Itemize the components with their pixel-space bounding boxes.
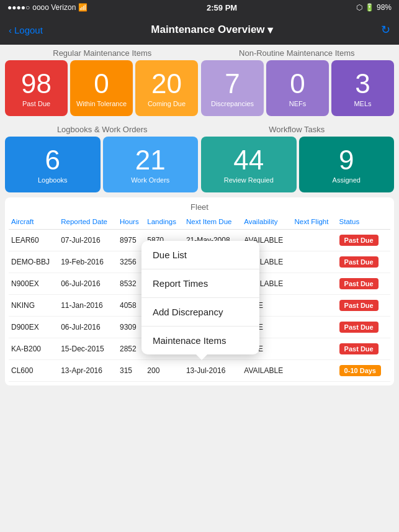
menu-item-maintenance-items[interactable]: Maintenace Items xyxy=(141,327,259,354)
status-badge: 0-10 Days xyxy=(339,365,381,376)
fleet-label: Fleet xyxy=(9,197,390,214)
refresh-button[interactable]: ↻ xyxy=(381,23,390,37)
cell-reported-date: 07-Jul-2016 xyxy=(58,230,117,251)
past-due-label: Past Due xyxy=(22,100,50,107)
coming-due-label: Coming Due xyxy=(148,100,186,107)
work-orders-label: Work Orders xyxy=(131,176,169,184)
status-badge: Past Due xyxy=(339,343,379,354)
logbooks-tile[interactable]: 6 Logbooks xyxy=(5,137,101,192)
col-status: Status xyxy=(337,214,390,230)
past-due-tile[interactable]: 98 Past Due xyxy=(5,60,68,116)
bluetooth-icon: ⬡ xyxy=(356,3,362,12)
cell-aircraft: D900EX xyxy=(9,317,58,338)
status-badge: Past Due xyxy=(339,300,379,311)
status-badge: Past Due xyxy=(339,256,379,268)
work-orders-tile[interactable]: 21 Work Orders xyxy=(103,137,199,192)
table-row[interactable]: CL600 13-Apr-2016 315 200 13-Jul-2016 AV… xyxy=(9,360,390,382)
menu-item-report-times[interactable]: Report Times xyxy=(141,269,259,298)
cell-status: Past Due xyxy=(337,273,390,295)
cell-status: Past Due xyxy=(337,251,390,273)
cell-aircraft: CL600 xyxy=(9,360,58,382)
cell-status: Past Due xyxy=(337,317,390,338)
col-next-flight: Next Flight xyxy=(292,214,337,230)
cell-next-flight xyxy=(292,295,337,317)
coming-due-number: 20 xyxy=(151,70,182,97)
title-text: Maintenance Overview xyxy=(151,24,264,36)
logbooks-number: 6 xyxy=(45,147,60,174)
col-next-item-due: Next Item Due xyxy=(184,214,241,230)
cell-next-flight xyxy=(292,230,337,251)
cell-reported-date: 15-Dec-2015 xyxy=(58,338,117,360)
cell-reported-date: 06-Jul-2016 xyxy=(58,317,117,338)
cell-status: Past Due xyxy=(337,338,390,360)
assigned-label: Assigned xyxy=(333,176,361,184)
review-required-number: 44 xyxy=(233,147,264,174)
cell-next-flight xyxy=(292,360,337,382)
menu-item-add-discrepancy[interactable]: Add Discrepancy xyxy=(141,298,259,327)
cell-landings: 200 xyxy=(145,360,184,382)
cell-reported-date: 11-Jan-2016 xyxy=(58,295,117,317)
cell-status: Past Due xyxy=(337,295,390,317)
cell-reported-date: 06-Jul-2016 xyxy=(58,273,117,295)
work-orders-number: 21 xyxy=(135,147,166,174)
cell-next-flight xyxy=(292,251,337,273)
cell-hours: 8532 xyxy=(117,273,145,295)
col-hours: Hours xyxy=(117,214,145,230)
within-tolerance-tile[interactable]: 0 Within Tolerance xyxy=(70,60,133,116)
assigned-tile[interactable]: 9 Assigned xyxy=(299,137,395,192)
regular-maintenance-label: Regular Maintenance Items xyxy=(5,45,200,60)
discrepancies-tile[interactable]: 7 Discrepancies xyxy=(201,60,264,116)
popup-arrow-icon xyxy=(195,354,208,360)
review-required-label: Review Requied xyxy=(224,176,274,184)
cell-hours: 315 xyxy=(117,360,145,382)
signal-icon: ●●●●○ xyxy=(7,3,30,12)
cell-next-flight xyxy=(292,273,337,295)
logbooks-tile-label: Logbooks xyxy=(38,176,68,184)
cell-aircraft: KA-B200 xyxy=(9,338,58,360)
menu-item-due-list[interactable]: Due List xyxy=(141,241,259,269)
status-badge: Past Due xyxy=(339,278,379,289)
cell-aircraft: DEMO-BBJ xyxy=(9,251,58,273)
col-aircraft: Aircraft xyxy=(9,214,58,230)
workflow-label: Workflow Tasks xyxy=(200,121,395,137)
battery-percent: 98% xyxy=(377,3,392,12)
cell-aircraft: LEAR60 xyxy=(9,230,58,251)
cell-status: Past Due xyxy=(337,230,390,251)
mels-tile[interactable]: 3 MELs xyxy=(331,60,394,116)
cell-next-item-due: 13-Jul-2016 xyxy=(184,360,241,382)
nefs-label: NEFs xyxy=(289,100,307,107)
logout-label: Logout xyxy=(14,25,43,35)
cell-hours: 4058 xyxy=(117,295,145,317)
cell-status: 0-10 Days xyxy=(337,360,390,382)
within-tolerance-number: 0 xyxy=(94,70,109,97)
cell-hours: 2852 xyxy=(117,338,145,360)
nefs-number: 0 xyxy=(290,70,305,97)
discrepancies-number: 7 xyxy=(225,70,240,97)
cell-availability: AVAILABLE xyxy=(241,360,292,382)
cell-aircraft: N900EX xyxy=(9,273,58,295)
logout-button[interactable]: ‹ Logout xyxy=(9,25,43,35)
cell-next-flight xyxy=(292,338,337,360)
status-carrier: ●●●●○ oooo Verizon 📶 xyxy=(7,3,87,12)
nav-bar: ‹ Logout Maintenance Overview ▾ ↻ xyxy=(0,15,399,45)
cell-next-flight xyxy=(292,317,337,338)
cell-hours: 3256 xyxy=(117,251,145,273)
back-chevron-icon: ‹ xyxy=(9,25,12,35)
assigned-number: 9 xyxy=(339,147,354,174)
mels-label: MELs xyxy=(354,100,371,107)
cell-reported-date: 13-Apr-2016 xyxy=(58,360,117,382)
col-reported-date: Reported Date xyxy=(58,214,117,230)
page-title[interactable]: Maintenance Overview ▾ xyxy=(151,24,272,37)
battery-icon: 🔋 xyxy=(365,3,374,12)
discrepancies-label: Discrepancies xyxy=(211,100,254,107)
title-chevron-icon: ▾ xyxy=(267,24,273,37)
past-due-number: 98 xyxy=(21,70,52,97)
status-badge: Past Due xyxy=(339,322,379,333)
status-badge: Past Due xyxy=(339,235,379,246)
logbooks-label: Logbooks & Work Orders xyxy=(5,121,200,137)
coming-due-tile[interactable]: 20 Coming Due xyxy=(135,60,198,116)
mels-number: 3 xyxy=(355,70,370,97)
nefs-tile[interactable]: 0 NEFs xyxy=(266,60,329,116)
review-required-tile[interactable]: 44 Review Requied xyxy=(201,137,297,192)
cell-hours: 8975 xyxy=(117,230,145,251)
